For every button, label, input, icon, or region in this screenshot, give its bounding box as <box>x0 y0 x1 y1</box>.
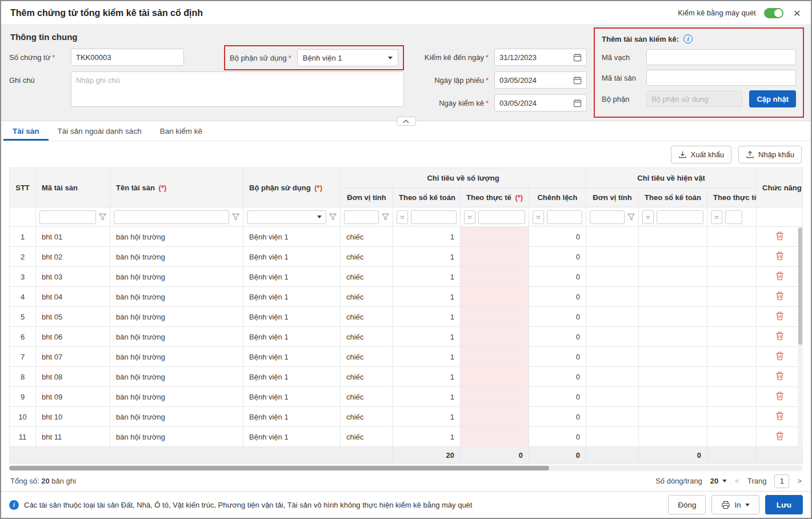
prev-page-button[interactable]: < <box>735 477 739 485</box>
download-icon <box>678 150 687 159</box>
current-page-input[interactable]: 1 <box>774 474 789 488</box>
delete-row-button[interactable] <box>757 247 803 267</box>
filter-icon[interactable] <box>329 213 337 221</box>
cell-theo-thuc-te[interactable] <box>461 387 529 407</box>
tab-tai-san-ngoai-danh-sach[interactable]: Tài sản ngoài danh sách <box>49 121 151 141</box>
filter-theo-thuc-te-input[interactable] <box>478 210 525 224</box>
update-button[interactable]: Cập nhật <box>749 90 796 107</box>
filter-theo-so-ke-toan-input[interactable] <box>411 210 457 224</box>
ngay-lap-phieu-label: Ngày lập phiếu* <box>434 76 489 85</box>
cell-theo-thuc-te[interactable] <box>461 367 529 387</box>
print-button[interactable]: In <box>711 495 759 514</box>
save-button[interactable]: Lưu <box>765 495 803 514</box>
export-button[interactable]: Xuất khẩu <box>671 146 732 163</box>
ghi-chu-textarea[interactable] <box>71 71 404 107</box>
filter-ma-tai-san-input[interactable] <box>39 210 96 224</box>
ngay-lap-phieu-input[interactable]: 03/05/2024 <box>494 71 587 89</box>
cell-don-vi-tinh: chiếc <box>341 227 393 247</box>
cell-ma-tai-san: bht 07 <box>36 347 110 367</box>
equals-operator[interactable]: = <box>397 210 408 224</box>
ngay-kiem-ke-label: Ngày kiểm kê* <box>439 99 489 107</box>
cell-theo-thuc-te[interactable] <box>461 347 529 367</box>
total-chenh-lech: 0 <box>529 447 586 464</box>
cell-theo-so-ke-toan: 1 <box>393 387 461 407</box>
cell-ma-tai-san: bht 09 <box>36 387 110 407</box>
filter-icon[interactable] <box>232 213 239 221</box>
cell-chenh-lech: 0 <box>529 327 586 347</box>
trash-icon <box>775 292 784 301</box>
delete-row-button[interactable] <box>757 227 803 247</box>
import-button[interactable]: Nhập khẩu <box>738 146 802 163</box>
filter-row: = = = = <box>10 207 803 227</box>
close-button[interactable]: Đóng <box>668 495 706 514</box>
filter-chenh-lech-input[interactable] <box>547 210 582 224</box>
close-icon[interactable]: × <box>794 7 801 19</box>
filter-ten-tai-san-input[interactable] <box>114 210 229 224</box>
filter-bo-phan-select[interactable] <box>247 210 326 224</box>
vertical-scrollbar[interactable] <box>798 227 803 447</box>
cell-stt: 5 <box>10 307 36 327</box>
cell-theo-thuc-te[interactable] <box>461 227 529 247</box>
col-header-theo-thuc-te: Theo thực tế (*) <box>461 188 529 207</box>
horizontal-scrollbar[interactable] <box>9 465 803 471</box>
cell-theo-thuc-te[interactable] <box>461 327 529 347</box>
delete-row-button[interactable] <box>757 287 803 307</box>
cell-theo-thuc-te[interactable] <box>461 307 529 327</box>
so-chung-tu-input[interactable] <box>71 49 184 66</box>
ngay-kiem-ke-input[interactable]: 03/05/2024 <box>494 94 587 111</box>
delete-row-button[interactable] <box>757 387 803 407</box>
trash-icon <box>775 372 784 381</box>
delete-row-button[interactable] <box>757 427 803 447</box>
equals-operator[interactable]: = <box>711 210 722 224</box>
filter-theo-thuc-te-2-input[interactable] <box>725 210 742 224</box>
delete-row-button[interactable] <box>757 407 803 427</box>
rows-per-page-select[interactable]: 20 <box>710 477 727 485</box>
equals-operator[interactable]: = <box>642 210 654 224</box>
cell-don-vi-tinh-2 <box>586 287 639 307</box>
filter-icon[interactable] <box>627 213 635 221</box>
cell-theo-thuc-te[interactable] <box>461 287 529 307</box>
delete-row-button[interactable] <box>757 267 803 287</box>
filter-don-vi-tinh-2-input[interactable] <box>590 210 625 224</box>
cell-theo-thuc-te[interactable] <box>461 267 529 287</box>
cell-ma-tai-san: bht 11 <box>36 427 110 447</box>
cell-stt: 8 <box>10 367 36 387</box>
ma-vach-input[interactable] <box>646 49 796 65</box>
cell-theo-so-ke-toan-2 <box>639 387 707 407</box>
table-row: 4bht 04bàn hội trườngBệnh viện 1chiếc10 <box>10 287 803 307</box>
delete-row-button[interactable] <box>757 347 803 367</box>
tab-ban-kiem-ke[interactable]: Ban kiểm kê <box>151 121 211 141</box>
col-header-theo-so-ke-toan: Theo sổ kế toán <box>393 188 461 207</box>
ma-tai-san-input[interactable] <box>646 70 796 86</box>
cell-theo-so-ke-toan-2 <box>639 427 707 447</box>
trash-icon <box>775 231 784 241</box>
tab-tai-san[interactable]: Tài sản <box>3 121 49 141</box>
scrollbar-thumb[interactable] <box>798 227 802 345</box>
cell-theo-thuc-te[interactable] <box>461 427 529 447</box>
scan-toggle[interactable] <box>764 8 783 18</box>
cell-theo-thuc-te[interactable] <box>461 407 529 427</box>
cell-theo-thuc-te[interactable] <box>461 247 529 267</box>
delete-row-button[interactable] <box>757 307 803 327</box>
delete-row-button[interactable] <box>757 367 803 387</box>
group-header-so-luong: Chỉ tiêu về số lượng <box>341 168 586 188</box>
calendar-icon <box>573 76 582 85</box>
info-icon[interactable]: i <box>683 34 693 43</box>
bo-phan-su-dung-label: Bộ phận sử dụng* <box>230 54 291 62</box>
cell-bo-phan: Bệnh viện 1 <box>243 367 341 387</box>
filter-don-vi-tinh-input[interactable] <box>344 210 379 224</box>
cell-theo-so-ke-toan-2 <box>639 347 707 367</box>
kiem-ke-den-ngay-input[interactable]: 31/12/2023 <box>494 49 587 66</box>
scrollbar-thumb[interactable] <box>9 466 549 470</box>
filter-icon[interactable] <box>99 213 106 221</box>
filter-theo-so-ke-toan-2-input[interactable] <box>657 210 703 224</box>
collapse-section-button[interactable] <box>397 117 416 126</box>
filter-icon[interactable] <box>382 213 389 221</box>
cell-theo-thuc-te-2 <box>707 327 757 347</box>
next-page-button[interactable]: > <box>797 477 802 485</box>
cell-chenh-lech: 0 <box>529 247 586 267</box>
table-row: 6bht 06bàn hội trườngBệnh viện 1chiếc10 <box>10 327 803 347</box>
delete-row-button[interactable] <box>757 327 803 347</box>
equals-operator[interactable]: = <box>464 210 475 224</box>
equals-operator[interactable]: = <box>533 210 544 224</box>
